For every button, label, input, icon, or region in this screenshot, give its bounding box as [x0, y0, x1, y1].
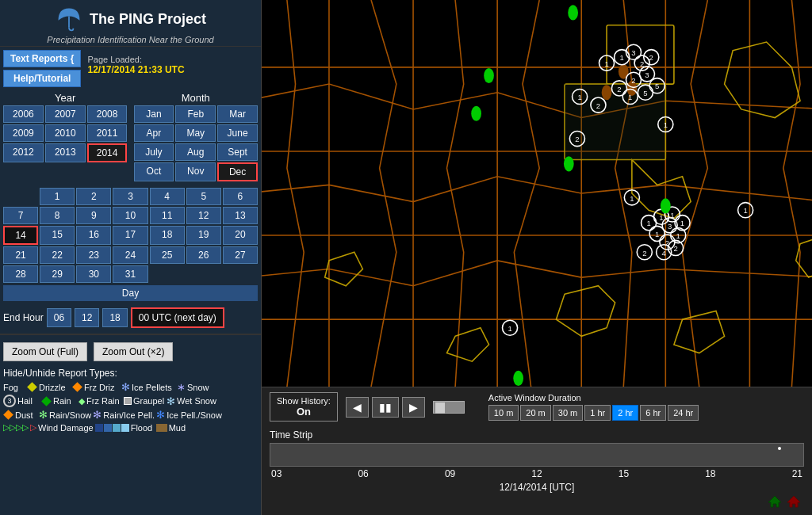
help-tutorial-button[interactable]: Help/Tutorial [3, 70, 81, 87]
year-2014[interactable]: 2014 [87, 143, 128, 162]
cal-day-17[interactable]: 17 [113, 226, 147, 245]
cal-day-29[interactable]: 29 [40, 265, 75, 283]
month-june[interactable]: June [217, 124, 258, 142]
cal-day-23[interactable]: 23 [76, 246, 111, 264]
play-button[interactable]: ▶ [402, 397, 425, 418]
end-hour-06[interactable]: 06 [47, 308, 71, 327]
month-oct[interactable]: Oct [134, 162, 174, 181]
month-dec[interactable]: Dec [217, 162, 258, 181]
cal-day-28[interactable]: 28 [3, 265, 38, 283]
end-hour-12[interactable]: 12 [75, 308, 99, 327]
cal-day-5[interactable]: 5 [186, 188, 221, 205]
year-2006[interactable]: 2006 [3, 105, 44, 123]
aw-1hr[interactable]: 1 hr [584, 405, 611, 421]
cal-day-21[interactable]: 21 [3, 246, 38, 264]
cal-day-14[interactable]: 14 [3, 226, 38, 245]
step-back-button[interactable]: ◀ [346, 397, 369, 418]
year-2012[interactable]: 2012 [3, 143, 44, 162]
cal-day-22[interactable]: 22 [40, 246, 75, 264]
month-mar[interactable]: Mar [217, 105, 258, 123]
cal-day-1[interactable]: 1 [40, 188, 75, 205]
cal-day-16[interactable]: 16 [76, 226, 111, 245]
svg-text:2: 2 [642, 249, 646, 258]
cal-day-30[interactable]: 30 [76, 265, 111, 283]
zoom-x2-button[interactable]: Zoom Out (×2) [94, 342, 173, 361]
aw-10m[interactable]: 10 m [488, 405, 519, 421]
year-2010[interactable]: 2010 [45, 124, 86, 142]
cal-day-19[interactable]: 19 [186, 226, 221, 245]
year-2011[interactable]: 2011 [87, 124, 128, 142]
svg-text:3: 3 [668, 222, 672, 231]
aw-20m[interactable]: 20 m [520, 405, 550, 421]
rt-rain-ice-pell: Rain/Ice Pell. [103, 410, 155, 420]
rt-drizzle: Drizzle [39, 383, 71, 392]
month-apr[interactable]: Apr [134, 124, 174, 142]
right-panel: 1 1 3 2 2 3 2 2 1 5 5 [262, 0, 812, 515]
rt-diamond-rain [41, 396, 52, 406]
month-jan[interactable]: Jan [134, 105, 174, 123]
timestrip-bar[interactable] [270, 443, 804, 467]
cal-day-9[interactable]: 9 [76, 207, 111, 224]
month-feb[interactable]: Feb [175, 105, 216, 123]
playback-slider[interactable] [433, 401, 465, 414]
cal-day-11[interactable]: 11 [150, 207, 185, 224]
month-header: Month [134, 92, 259, 104]
svg-text:1: 1 [577, 93, 581, 101]
hide-section: Hide/Unhide Report Types: Fog Drizzle Fr… [3, 368, 258, 433]
ts-tick-06: 06 [358, 468, 368, 479]
svg-text:1: 1 [659, 213, 663, 222]
map-svg: 1 1 3 2 2 3 2 2 1 5 5 [262, 0, 812, 387]
svg-text:2: 2 [631, 76, 635, 85]
pause-button[interactable]: ▮▮ [372, 397, 399, 418]
cal-day-24[interactable]: 24 [113, 246, 147, 264]
year-2009[interactable]: 2009 [3, 124, 44, 142]
aw-2hr[interactable]: 2 hr [612, 405, 638, 421]
svg-point-15 [484, 68, 494, 83]
rt-graupel-icon [124, 397, 132, 405]
cal-day-15[interactable]: 15 [40, 226, 75, 245]
show-history-box: Show History: On [270, 392, 338, 422]
month-nov[interactable]: Nov [175, 162, 216, 181]
zoom-full-button[interactable]: Zoom Out (Full) [3, 342, 87, 361]
aw-30m[interactable]: 30 m [553, 405, 583, 421]
cal-day-20[interactable]: 20 [223, 226, 258, 245]
cal-day-2[interactable]: 2 [76, 188, 111, 205]
month-aug[interactable]: Aug [175, 143, 216, 161]
month-selector: Month Jan Feb Mar Apr May June July Aug … [134, 92, 259, 181]
cal-day-7[interactable]: 7 [3, 207, 38, 224]
end-hour-00[interactable]: 00 UTC (next day) [131, 307, 224, 328]
end-hour-18[interactable]: 18 [102, 308, 127, 327]
aw-24hr[interactable]: 24 hr [668, 405, 699, 421]
cal-day-26[interactable]: 26 [186, 246, 221, 264]
rt-wetsnow-icon: ✻ [167, 395, 175, 407]
cal-day-3[interactable]: 3 [113, 188, 147, 205]
cal-day-8[interactable]: 8 [40, 207, 75, 224]
cal-day-31[interactable]: 31 [113, 265, 147, 283]
cal-day-18[interactable]: 18 [150, 226, 185, 245]
year-selector: Year 2006 2007 2008 2009 2010 2011 2012 … [3, 92, 128, 181]
cal-day-10[interactable]: 10 [113, 207, 147, 224]
rt-wind-damage: Wind Damage [38, 423, 94, 433]
house-icon-green [768, 494, 782, 509]
rt-diamond-frzdriz [72, 382, 82, 392]
month-may[interactable]: May [175, 124, 216, 142]
cal-day-25[interactable]: 25 [150, 246, 185, 264]
month-sept[interactable]: Sept [217, 143, 258, 161]
year-2013[interactable]: 2013 [45, 143, 86, 162]
rt-ice-pell-snow: Ice Pell./Snow [167, 410, 222, 420]
cal-day-27[interactable]: 27 [223, 246, 258, 264]
aw-6hr[interactable]: 6 hr [640, 405, 666, 421]
cal-day-6[interactable]: 6 [223, 188, 258, 205]
year-2008[interactable]: 2008 [87, 105, 128, 123]
month-july[interactable]: July [134, 143, 174, 161]
year-2007[interactable]: 2007 [45, 105, 86, 123]
cal-day-13[interactable]: 13 [223, 207, 258, 224]
cal-day-4[interactable]: 4 [150, 188, 185, 205]
cal-day-12[interactable]: 12 [186, 207, 221, 224]
svg-marker-81 [768, 496, 781, 507]
map-container[interactable]: 1 1 3 2 2 3 2 2 1 5 5 [262, 0, 812, 387]
ts-tick-18: 18 [705, 468, 715, 479]
text-reports-button[interactable]: Text Reports { [3, 50, 81, 67]
rt-wind-icons: ▷▷▷▷ [3, 422, 29, 433]
rt-frz-driz: Frz Driz [84, 383, 120, 392]
